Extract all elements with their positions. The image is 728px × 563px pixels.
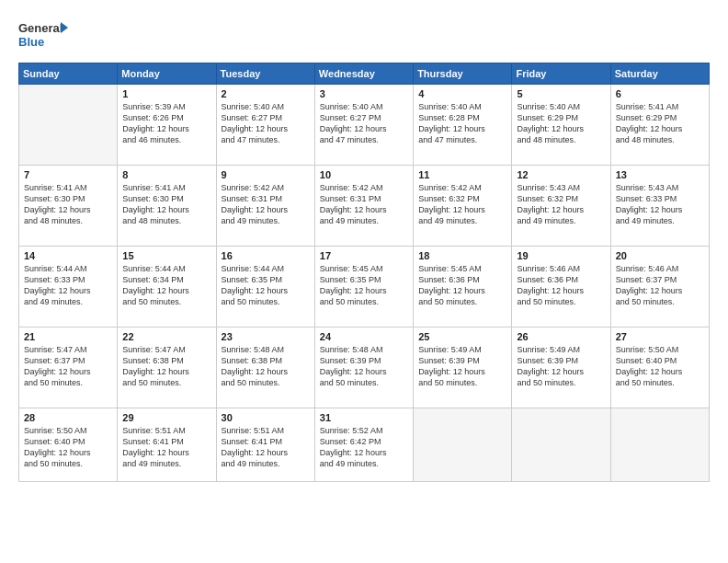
calendar-cell — [414, 408, 512, 482]
weekday-header-monday: Monday — [118, 63, 216, 85]
calendar-cell: 28Sunrise: 5:50 AMSunset: 6:40 PMDayligh… — [19, 408, 118, 482]
day-number: 23 — [222, 331, 310, 342]
header: General Blue — [18, 17, 710, 53]
calendar-cell: 7Sunrise: 5:41 AMSunset: 6:30 PMDaylight… — [19, 166, 118, 247]
day-info: Sunrise: 5:40 AMSunset: 6:27 PMDaylight:… — [320, 101, 408, 146]
day-info: Sunrise: 5:41 AMSunset: 6:30 PMDaylight:… — [24, 182, 112, 227]
day-info: Sunrise: 5:44 AMSunset: 6:33 PMDaylight:… — [24, 263, 112, 308]
day-number: 14 — [24, 250, 112, 261]
calendar-cell: 26Sunrise: 5:49 AMSunset: 6:39 PMDayligh… — [512, 327, 610, 408]
logo: General Blue — [18, 17, 69, 53]
day-number: 13 — [616, 169, 704, 180]
day-info: Sunrise: 5:40 AMSunset: 6:29 PMDaylight:… — [517, 101, 605, 146]
calendar-cell: 11Sunrise: 5:42 AMSunset: 6:32 PMDayligh… — [414, 166, 512, 247]
day-info: Sunrise: 5:40 AMSunset: 6:27 PMDaylight:… — [222, 101, 310, 146]
calendar-cell: 24Sunrise: 5:48 AMSunset: 6:39 PMDayligh… — [314, 327, 413, 408]
calendar-cell — [610, 408, 709, 482]
day-number: 31 — [320, 412, 408, 423]
calendar-cell: 1Sunrise: 5:39 AMSunset: 6:26 PMDaylight… — [118, 85, 216, 166]
calendar-cell: 16Sunrise: 5:44 AMSunset: 6:35 PMDayligh… — [216, 247, 314, 327]
weekday-header-thursday: Thursday — [414, 63, 512, 85]
day-info: Sunrise: 5:42 AMSunset: 6:31 PMDaylight:… — [320, 182, 408, 227]
svg-text:Blue: Blue — [18, 35, 44, 49]
day-number: 6 — [616, 88, 704, 99]
calendar-cell: 15Sunrise: 5:44 AMSunset: 6:34 PMDayligh… — [118, 247, 216, 327]
calendar-cell: 3Sunrise: 5:40 AMSunset: 6:27 PMDaylight… — [314, 85, 413, 166]
calendar-cell: 31Sunrise: 5:52 AMSunset: 6:42 PMDayligh… — [314, 408, 413, 482]
day-info: Sunrise: 5:42 AMSunset: 6:31 PMDaylight:… — [222, 182, 310, 227]
day-number: 16 — [222, 250, 310, 261]
day-number: 1 — [122, 88, 210, 99]
day-info: Sunrise: 5:39 AMSunset: 6:26 PMDaylight:… — [122, 101, 210, 146]
weekday-header-wednesday: Wednesday — [314, 63, 413, 85]
day-info: Sunrise: 5:51 AMSunset: 6:41 PMDaylight:… — [122, 425, 210, 470]
day-info: Sunrise: 5:50 AMSunset: 6:40 PMDaylight:… — [24, 425, 112, 470]
day-info: Sunrise: 5:49 AMSunset: 6:39 PMDaylight:… — [517, 344, 605, 389]
calendar-cell: 13Sunrise: 5:43 AMSunset: 6:33 PMDayligh… — [610, 166, 709, 247]
calendar-cell: 18Sunrise: 5:45 AMSunset: 6:36 PMDayligh… — [414, 247, 512, 327]
day-number: 17 — [320, 250, 408, 261]
calendar-cell: 12Sunrise: 5:43 AMSunset: 6:32 PMDayligh… — [512, 166, 610, 247]
calendar-table: SundayMondayTuesdayWednesdayThursdayFrid… — [18, 63, 710, 482]
svg-marker-2 — [61, 22, 68, 33]
day-info: Sunrise: 5:46 AMSunset: 6:36 PMDaylight:… — [517, 263, 605, 308]
calendar-cell: 27Sunrise: 5:50 AMSunset: 6:40 PMDayligh… — [610, 327, 709, 408]
calendar-cell: 2Sunrise: 5:40 AMSunset: 6:27 PMDaylight… — [216, 85, 314, 166]
day-number: 22 — [122, 331, 210, 342]
day-number: 5 — [517, 88, 605, 99]
day-number: 3 — [320, 88, 408, 99]
calendar-cell: 14Sunrise: 5:44 AMSunset: 6:33 PMDayligh… — [19, 247, 118, 327]
day-number: 8 — [122, 169, 210, 180]
calendar-cell: 4Sunrise: 5:40 AMSunset: 6:28 PMDaylight… — [414, 85, 512, 166]
day-info: Sunrise: 5:50 AMSunset: 6:40 PMDaylight:… — [616, 344, 704, 389]
day-number: 10 — [320, 169, 408, 180]
day-info: Sunrise: 5:48 AMSunset: 6:38 PMDaylight:… — [222, 344, 310, 389]
day-info: Sunrise: 5:51 AMSunset: 6:41 PMDaylight:… — [222, 425, 310, 470]
day-number: 30 — [222, 412, 310, 423]
calendar-cell: 23Sunrise: 5:48 AMSunset: 6:38 PMDayligh… — [216, 327, 314, 408]
day-info: Sunrise: 5:43 AMSunset: 6:33 PMDaylight:… — [616, 182, 704, 227]
day-number: 11 — [418, 169, 506, 180]
day-number: 18 — [418, 250, 506, 261]
svg-text:General: General — [18, 21, 63, 35]
day-number: 25 — [418, 331, 506, 342]
day-info: Sunrise: 5:41 AMSunset: 6:29 PMDaylight:… — [616, 101, 704, 146]
day-info: Sunrise: 5:47 AMSunset: 6:38 PMDaylight:… — [122, 344, 210, 389]
calendar-cell: 29Sunrise: 5:51 AMSunset: 6:41 PMDayligh… — [118, 408, 216, 482]
day-number: 15 — [122, 250, 210, 261]
day-number: 26 — [517, 331, 605, 342]
day-info: Sunrise: 5:52 AMSunset: 6:42 PMDaylight:… — [320, 425, 408, 470]
weekday-header-tuesday: Tuesday — [216, 63, 314, 85]
calendar-cell: 10Sunrise: 5:42 AMSunset: 6:31 PMDayligh… — [314, 166, 413, 247]
day-info: Sunrise: 5:43 AMSunset: 6:32 PMDaylight:… — [517, 182, 605, 227]
day-number: 29 — [122, 412, 210, 423]
calendar-cell: 25Sunrise: 5:49 AMSunset: 6:39 PMDayligh… — [414, 327, 512, 408]
day-number: 9 — [222, 169, 310, 180]
calendar-cell: 8Sunrise: 5:41 AMSunset: 6:30 PMDaylight… — [118, 166, 216, 247]
day-info: Sunrise: 5:42 AMSunset: 6:32 PMDaylight:… — [418, 182, 506, 227]
calendar-cell: 30Sunrise: 5:51 AMSunset: 6:41 PMDayligh… — [216, 408, 314, 482]
day-info: Sunrise: 5:41 AMSunset: 6:30 PMDaylight:… — [122, 182, 210, 227]
day-number: 12 — [517, 169, 605, 180]
day-number: 4 — [418, 88, 506, 99]
calendar-cell: 22Sunrise: 5:47 AMSunset: 6:38 PMDayligh… — [118, 327, 216, 408]
day-number: 24 — [320, 331, 408, 342]
calendar-cell — [19, 85, 118, 166]
day-info: Sunrise: 5:44 AMSunset: 6:34 PMDaylight:… — [122, 263, 210, 308]
day-number: 28 — [24, 412, 112, 423]
day-info: Sunrise: 5:48 AMSunset: 6:39 PMDaylight:… — [320, 344, 408, 389]
weekday-header-friday: Friday — [512, 63, 610, 85]
calendar-cell: 17Sunrise: 5:45 AMSunset: 6:35 PMDayligh… — [314, 247, 413, 327]
day-number: 19 — [517, 250, 605, 261]
weekday-header-sunday: Sunday — [19, 63, 118, 85]
day-info: Sunrise: 5:44 AMSunset: 6:35 PMDaylight:… — [222, 263, 310, 308]
day-info: Sunrise: 5:46 AMSunset: 6:37 PMDaylight:… — [616, 263, 704, 308]
day-number: 21 — [24, 331, 112, 342]
day-number: 2 — [222, 88, 310, 99]
calendar-cell: 19Sunrise: 5:46 AMSunset: 6:36 PMDayligh… — [512, 247, 610, 327]
day-info: Sunrise: 5:45 AMSunset: 6:35 PMDaylight:… — [320, 263, 408, 308]
day-info: Sunrise: 5:49 AMSunset: 6:39 PMDaylight:… — [418, 344, 506, 389]
day-number: 27 — [616, 331, 704, 342]
calendar-cell: 5Sunrise: 5:40 AMSunset: 6:29 PMDaylight… — [512, 85, 610, 166]
day-info: Sunrise: 5:45 AMSunset: 6:36 PMDaylight:… — [418, 263, 506, 308]
